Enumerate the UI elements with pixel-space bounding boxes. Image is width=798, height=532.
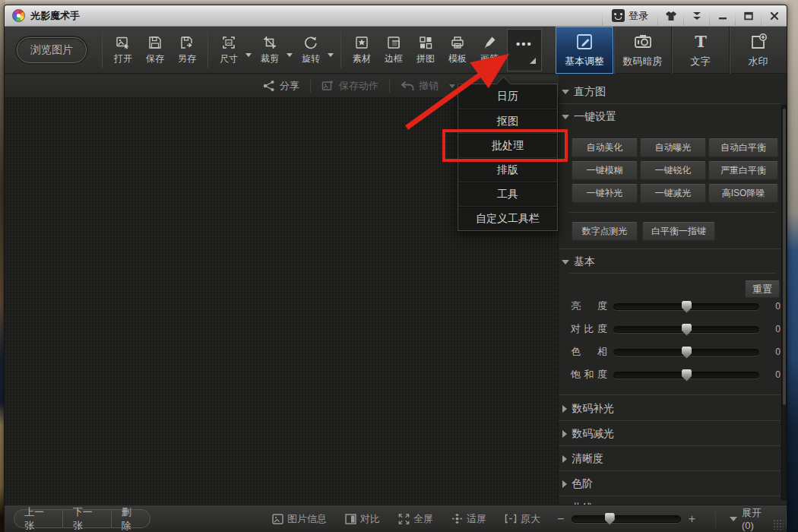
- next-image-button[interactable]: 下一张: [63, 509, 112, 528]
- compare-label: 对比: [360, 512, 380, 526]
- brightness-slider[interactable]: [613, 303, 759, 310]
- zoom-out-button[interactable]: −: [557, 512, 564, 526]
- high-iso-denoise-button[interactable]: 高ISO降噪: [708, 184, 778, 203]
- menu-item-calendar[interactable]: 日历: [458, 84, 557, 109]
- auto-exposure-button[interactable]: 自动曝光: [640, 138, 706, 157]
- previous-image-button[interactable]: 上一张: [14, 509, 63, 528]
- oneclick-blur-button[interactable]: 一键模糊: [572, 161, 638, 180]
- minimize-button[interactable]: [710, 5, 735, 27]
- slider-value: 0: [767, 324, 781, 334]
- compare-button[interactable]: 对比: [345, 512, 380, 526]
- save-action-button[interactable]: 保存动作: [321, 79, 378, 93]
- menu-item-typeset[interactable]: 排版: [458, 157, 557, 182]
- tab-digital-darkroom[interactable]: 数码暗房: [613, 27, 671, 74]
- template-label: 模板: [448, 52, 467, 65]
- digital-spot-metering-button[interactable]: 数字点测光: [572, 222, 638, 241]
- slider-thumb[interactable]: [682, 301, 692, 313]
- auto-beautify-button[interactable]: 自动美化: [572, 138, 638, 157]
- more-tools-button[interactable]: •••: [507, 29, 542, 71]
- section-clarity[interactable]: 清晰度: [562, 448, 603, 470]
- maximize-button[interactable]: [736, 5, 761, 27]
- browse-images-button[interactable]: 浏览图片: [17, 37, 87, 63]
- zoom-slider[interactable]: [572, 515, 680, 523]
- resize-grip[interactable]: [773, 519, 784, 530]
- collage-button[interactable]: 拼图: [410, 29, 442, 71]
- login-button[interactable]: 登录: [603, 5, 657, 26]
- tab-basic-adjust[interactable]: 基本调整: [556, 27, 613, 74]
- oneclick-dimlight-button[interactable]: 一键减光: [640, 184, 706, 203]
- resize-icon: [221, 35, 236, 50]
- zoom-slider-thumb[interactable]: [605, 513, 615, 525]
- frame-button[interactable]: 边框: [378, 29, 410, 71]
- menu-item-cutout[interactable]: 抠图: [458, 109, 557, 133]
- crop-icon: [262, 35, 277, 50]
- panel-separator: [559, 420, 781, 421]
- tab-watermark[interactable]: 水印: [729, 27, 787, 74]
- tab-text[interactable]: T 文字: [671, 27, 729, 74]
- saturation-slider[interactable]: [613, 372, 759, 378]
- collage-label: 拼图: [416, 52, 435, 65]
- resize-dropdown[interactable]: [245, 29, 252, 71]
- material-button[interactable]: 素材: [346, 29, 378, 71]
- undo-button[interactable]: 撤销: [401, 79, 455, 93]
- save-as-button[interactable]: 另存: [171, 29, 203, 71]
- hue-slider[interactable]: [613, 349, 759, 356]
- skin-button[interactable]: [658, 5, 683, 27]
- slider-value: 0: [767, 369, 781, 380]
- fit-screen-button[interactable]: 适屏: [451, 512, 486, 526]
- reset-button[interactable]: 重置: [745, 280, 780, 298]
- section-histogram[interactable]: 直方图: [562, 81, 606, 103]
- delete-image-button[interactable]: 删除: [112, 509, 151, 528]
- contrast-slider[interactable]: [613, 326, 759, 333]
- crop-dropdown[interactable]: [286, 29, 293, 71]
- slider-thumb[interactable]: [682, 369, 692, 382]
- open-label: 打开: [114, 52, 132, 65]
- edit-square-icon: [575, 32, 594, 52]
- statusbar-separator: [786, 511, 787, 527]
- open-button[interactable]: 打开: [107, 29, 139, 71]
- section-oneclick[interactable]: 一键设置: [562, 106, 616, 128]
- auto-whitebalance-button[interactable]: 自动白平衡: [708, 138, 778, 157]
- brush-button[interactable]: 画笔: [473, 29, 505, 71]
- expand-label: 展开(0): [742, 506, 772, 531]
- oneclick-sharpen-button[interactable]: 一键锐化: [640, 161, 706, 180]
- maximize-icon: [744, 11, 753, 21]
- fullscreen-button[interactable]: 全屏: [398, 512, 433, 526]
- section-digital-dimlight[interactable]: 数码减光: [562, 423, 614, 445]
- original-size-button[interactable]: 原大: [505, 512, 540, 526]
- tab-label: 基本调整: [565, 55, 604, 68]
- whitebalance-onetouch-button[interactable]: 白平衡一指键: [642, 222, 715, 241]
- close-button[interactable]: [762, 5, 787, 27]
- fullscreen-icon: [398, 514, 410, 524]
- scrollbar-thumb[interactable]: [783, 109, 786, 405]
- slider-saturation: 饱和度 0: [571, 366, 781, 384]
- slider-thumb[interactable]: [682, 347, 692, 359]
- chevron-right-icon: [562, 455, 567, 463]
- section-basic[interactable]: 基本: [562, 251, 595, 274]
- template-printer-icon: [450, 35, 465, 50]
- severe-whitebalance-button[interactable]: 严重白平衡: [708, 161, 778, 180]
- slider-thumb[interactable]: [682, 324, 692, 336]
- menu-item-tools[interactable]: 工具: [458, 182, 557, 206]
- panel-separator: [569, 212, 776, 213]
- menu-item-customize-toolbar[interactable]: 自定义工具栏: [458, 206, 557, 230]
- crop-button[interactable]: 裁剪: [254, 29, 286, 71]
- resize-button[interactable]: 尺寸: [213, 29, 245, 71]
- panel-scrollbar[interactable]: [781, 105, 787, 500]
- slider-value: 0: [767, 301, 781, 312]
- rotate-dropdown[interactable]: [327, 29, 334, 71]
- save-button[interactable]: 保存: [139, 29, 171, 71]
- actionbar-separator: [310, 79, 311, 93]
- oneclick-filllight-button[interactable]: 一键补光: [572, 184, 638, 203]
- rotate-button[interactable]: 旋转: [295, 29, 327, 71]
- statusbar: 上一张 下一张 删除 图片信息 对比: [5, 505, 787, 532]
- section-digital-filllight[interactable]: 数码补光: [562, 397, 614, 420]
- image-info-button[interactable]: 图片信息: [272, 512, 327, 526]
- menu-item-batch-process[interactable]: 批处理: [458, 133, 557, 157]
- expand-button[interactable]: 展开(0): [730, 506, 772, 531]
- zoom-in-button[interactable]: +: [689, 512, 695, 526]
- template-button[interactable]: 模板: [442, 29, 473, 71]
- section-levels[interactable]: 色阶: [562, 473, 593, 496]
- share-button[interactable]: 分享: [263, 79, 299, 93]
- collapse-button[interactable]: [684, 5, 709, 27]
